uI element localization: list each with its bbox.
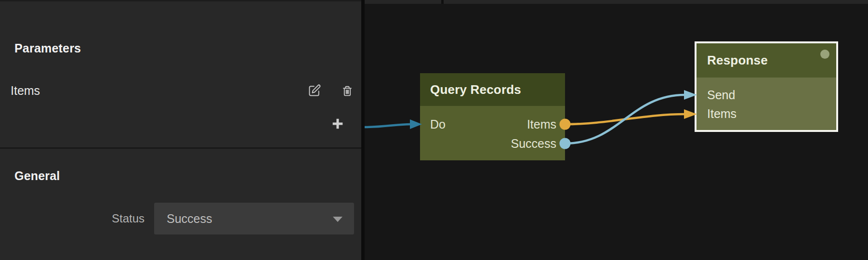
plus-icon <box>331 117 344 130</box>
wire-input-to-do[interactable] <box>365 119 422 129</box>
node-title: Response <box>707 43 768 78</box>
status-dropdown[interactable]: Success <box>154 203 354 234</box>
delete-parameter-button[interactable] <box>340 84 355 98</box>
output-port-label-items: Items <box>527 115 556 134</box>
input-port-label-do: Do <box>430 115 446 134</box>
app-root: Parameters Items <box>0 0 868 260</box>
properties-panel: Parameters Items <box>0 0 361 260</box>
section-divider <box>0 147 361 149</box>
input-port-label-send: Send <box>707 85 735 104</box>
output-port-items[interactable] <box>560 119 571 130</box>
flow-canvas[interactable]: Query Records Do Items Success Response … <box>365 0 868 260</box>
pencil-square-icon <box>308 84 321 97</box>
input-port-label-items: Items <box>707 104 736 123</box>
parameters-section-heading: Parameters <box>14 41 81 55</box>
general-section-heading: General <box>14 169 60 182</box>
parameter-row: Items <box>0 80 361 101</box>
node-body: Do Items Success <box>420 106 565 160</box>
status-dropdown-value: Success <box>167 203 212 234</box>
trash-icon <box>341 85 354 97</box>
node-header: Query Records <box>420 73 565 106</box>
node-query-records[interactable]: Query Records Do Items Success <box>420 73 565 160</box>
status-field-row: Status Success <box>0 203 361 234</box>
status-field-label: Status <box>0 203 145 234</box>
tab-bar-edge <box>365 0 868 4</box>
panel-canvas-separator <box>361 0 365 260</box>
node-title: Query Records <box>430 73 521 106</box>
node-status-dot <box>820 50 829 59</box>
wire-items-to-items[interactable] <box>560 109 697 130</box>
output-port-label-success: Success <box>511 134 556 153</box>
tab-divider <box>441 0 444 4</box>
output-port-success[interactable] <box>560 138 571 149</box>
node-response[interactable]: Response Send Items <box>695 41 838 132</box>
add-parameter-button[interactable] <box>330 117 345 131</box>
chevron-down-icon <box>333 217 342 222</box>
node-header: Response <box>697 43 836 78</box>
parameter-name-label: Items <box>11 80 40 101</box>
edit-parameter-button[interactable] <box>307 83 322 98</box>
node-body: Send Items <box>697 78 836 130</box>
